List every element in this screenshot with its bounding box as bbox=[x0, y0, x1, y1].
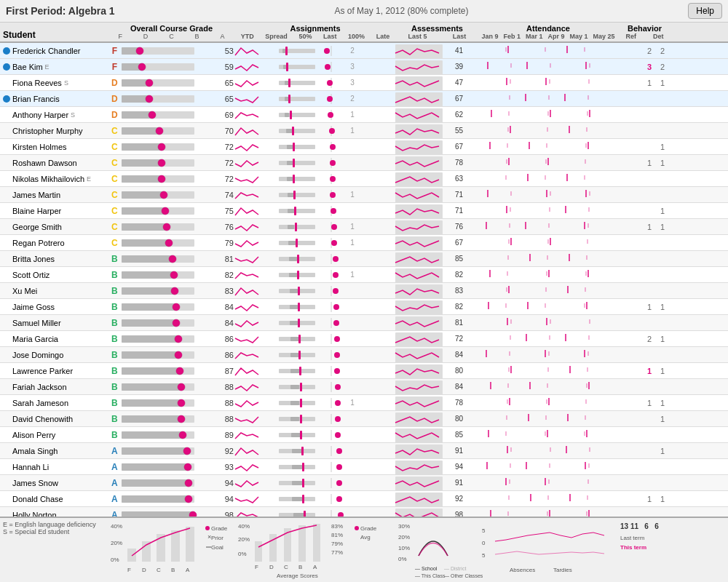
table-row[interactable]: Amala Singh A 92 91 1 bbox=[0, 443, 728, 459]
svg-rect-217 bbox=[122, 287, 175, 295]
table-row[interactable]: Jaime Goss B 84 82 1 1 bbox=[0, 299, 728, 315]
svg-rect-106 bbox=[293, 159, 295, 167]
svg-rect-235 bbox=[298, 303, 300, 311]
last-bar bbox=[319, 366, 344, 376]
svg-rect-264 bbox=[298, 335, 301, 343]
student-name-cell[interactable]: Lawrence Parker bbox=[0, 367, 108, 375]
student-name-cell[interactable]: Hannah Li bbox=[0, 463, 108, 471]
student-name-cell[interactable]: Xu Mei bbox=[0, 287, 108, 295]
table-row[interactable]: Lawrence Parker B 87 80 1 1 bbox=[0, 363, 728, 379]
svg-point-122 bbox=[330, 176, 336, 182]
svg-rect-58 bbox=[122, 111, 152, 119]
table-row[interactable]: David Chenowith B 88 80 1 bbox=[0, 411, 728, 427]
ytd-sparkline bbox=[235, 268, 275, 282]
student-name-cell[interactable]: James Martin bbox=[0, 191, 108, 199]
table-row[interactable]: Brian Francis D 65 2 67 bbox=[0, 91, 728, 107]
attendance-cell bbox=[479, 493, 617, 506]
table-row[interactable]: Kirsten Holmes C 72 67 1 bbox=[0, 139, 728, 155]
student-name-cell[interactable]: Alison Perry bbox=[0, 431, 108, 439]
table-row[interactable]: Samuel Miller B 84 81 bbox=[0, 315, 728, 331]
student-name-cell[interactable]: David Chenowith bbox=[0, 415, 108, 423]
table-row[interactable]: Christopher Murphy C 70 1 55 bbox=[0, 123, 728, 139]
attendance-cell bbox=[479, 316, 617, 330]
assignments-cell bbox=[235, 332, 395, 346]
student-name-cell[interactable]: Sarah Jameson bbox=[0, 399, 108, 407]
student-name-cell[interactable]: Regan Potrero bbox=[0, 239, 108, 247]
ytd-sparkline bbox=[235, 316, 275, 330]
last-bar bbox=[319, 446, 344, 456]
last-bar bbox=[319, 94, 344, 104]
attendance-ticks bbox=[479, 461, 606, 474]
student-name-cell[interactable]: Amala Singh bbox=[0, 447, 108, 455]
table-row[interactable]: James Martin C 74 1 71 bbox=[0, 187, 728, 203]
svg-rect-365 bbox=[301, 447, 304, 455]
student-name-cell[interactable]: Bae KimE bbox=[0, 63, 108, 71]
student-name-cell[interactable]: Anthony HarperS bbox=[0, 111, 108, 119]
help-button[interactable]: Help bbox=[688, 3, 722, 19]
svg-point-338 bbox=[335, 416, 341, 422]
student-name: Jaime Goss bbox=[12, 303, 55, 311]
table-row[interactable]: Holly Norton A 98 98 bbox=[0, 507, 728, 517]
student-name-cell[interactable]: George Smith bbox=[0, 223, 108, 231]
student-name-cell[interactable]: Donald Chase bbox=[0, 495, 108, 503]
table-row[interactable]: Bae KimE F 59 3 39 3 2 bbox=[0, 59, 728, 75]
student-name-cell[interactable]: Nikolas MikhailovichE bbox=[0, 175, 108, 183]
svg-point-203 bbox=[170, 271, 178, 279]
ytd-sparkline bbox=[235, 493, 275, 506]
table-row[interactable]: Anthony HarperS D 69 1 62 bbox=[0, 107, 728, 123]
table-row[interactable]: Regan Potrero C 79 1 67 bbox=[0, 235, 728, 251]
assess-last-score: 91 bbox=[443, 479, 464, 487]
student-name-cell[interactable]: Brian Francis bbox=[0, 95, 108, 103]
student-name-cell[interactable]: Holly Norton bbox=[0, 511, 108, 517]
svg-rect-188 bbox=[122, 255, 173, 263]
table-row[interactable]: Jose Domingo B 86 84 bbox=[0, 347, 728, 363]
student-name-cell[interactable]: Britta Jones bbox=[0, 255, 108, 263]
table-row[interactable]: Blaine Harper C 75 71 1 bbox=[0, 203, 728, 219]
student-name-cell[interactable]: Roshawn Dawson bbox=[0, 159, 108, 167]
svg-rect-89 bbox=[279, 145, 315, 149]
grade-bar bbox=[122, 46, 218, 56]
attendance-cell bbox=[479, 332, 617, 346]
table-row[interactable]: Maria Garcia B 86 72 2 1 bbox=[0, 331, 728, 347]
table-row[interactable]: Scott Ortiz B 82 1 82 bbox=[0, 267, 728, 283]
attendance-cell bbox=[479, 396, 617, 410]
table-row[interactable]: Fariah Jackson B 88 84 bbox=[0, 379, 728, 395]
table-row[interactable]: Frederick Chandler F 53 2 41 2 2 bbox=[0, 43, 728, 59]
student-name-cell[interactable]: Maria Garcia bbox=[0, 335, 108, 343]
last-bar bbox=[319, 382, 344, 392]
svg-text:40%: 40% bbox=[238, 523, 250, 530]
behavior-ref: 2 bbox=[643, 335, 656, 343]
indicator-dot bbox=[3, 95, 10, 103]
assess-last-score: 85 bbox=[443, 255, 464, 263]
table-row[interactable]: Nikolas MikhailovichE C 72 63 bbox=[0, 171, 728, 187]
student-name-cell[interactable]: Blaine Harper bbox=[0, 207, 108, 215]
grade-letter: B bbox=[108, 414, 122, 424]
table-row[interactable]: George Smith C 76 1 76 1 1 bbox=[0, 219, 728, 235]
student-name-cell[interactable]: Samuel Miller bbox=[0, 319, 108, 327]
student-name-cell[interactable]: Kirsten Holmes bbox=[0, 143, 108, 151]
svg-rect-134 bbox=[293, 191, 296, 199]
student-name-cell[interactable]: Fiona ReevesS bbox=[0, 79, 108, 87]
table-row[interactable]: Xu Mei B 83 83 bbox=[0, 283, 728, 299]
student-name-cell[interactable]: Jaime Goss bbox=[0, 303, 108, 311]
table-row[interactable]: Roshawn Dawson C 72 78 1 1 bbox=[0, 155, 728, 171]
student-name-cell[interactable]: Frederick Chandler bbox=[0, 47, 108, 55]
svg-rect-30 bbox=[122, 79, 149, 87]
table-row[interactable]: Donald Chase A 94 92 1 1 bbox=[0, 491, 728, 507]
attend-sub-labels: Jan 9 Feb 1 Mar 1 Apr 9 May 1 May 25 bbox=[479, 33, 617, 40]
student-name-cell[interactable]: Christopher Murphy bbox=[0, 127, 108, 135]
table-row[interactable]: Sarah Jameson B 88 1 78 1 1 bbox=[0, 395, 728, 411]
table-row[interactable]: Hannah Li A 93 94 bbox=[0, 459, 728, 475]
table-row[interactable]: Britta Jones B 81 85 bbox=[0, 251, 728, 267]
assess-sparkline bbox=[395, 316, 443, 330]
table-row[interactable]: Alison Perry B 89 85 bbox=[0, 427, 728, 443]
grade-score: 79 bbox=[218, 239, 235, 247]
student-name-cell[interactable]: Fariah Jackson bbox=[0, 383, 108, 391]
table-row[interactable]: James Snow A 94 91 bbox=[0, 475, 728, 491]
student-name-cell[interactable]: Scott Ortiz bbox=[0, 271, 108, 279]
table-row[interactable]: Fiona ReevesS D 65 3 47 1 1 bbox=[0, 75, 728, 91]
student-name-cell[interactable]: Jose Domingo bbox=[0, 351, 108, 359]
svg-rect-76 bbox=[286, 129, 292, 133]
svg-rect-332 bbox=[122, 415, 181, 423]
student-name-cell[interactable]: James Snow bbox=[0, 479, 108, 487]
